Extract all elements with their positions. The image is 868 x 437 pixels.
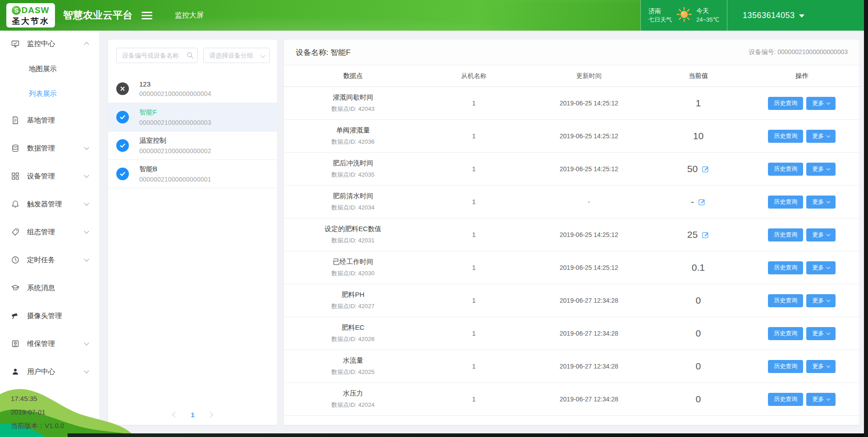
edit-icon[interactable] bbox=[698, 198, 706, 206]
sidebar-item-label: 组态管理 bbox=[27, 228, 55, 237]
current-value: 50 bbox=[687, 164, 698, 174]
history-query-button[interactable]: 历史查询 bbox=[768, 327, 803, 340]
more-button[interactable]: 更多 bbox=[806, 294, 836, 307]
history-query-button[interactable]: 历史查询 bbox=[768, 97, 803, 110]
sidebar-item-设备管理[interactable]: 设备管理 bbox=[0, 162, 99, 190]
chevron-icon bbox=[84, 368, 89, 373]
sidebar-item-label: 触发器管理 bbox=[27, 200, 62, 209]
current-value: 1 bbox=[696, 98, 701, 109]
device-list-item[interactable]: 温室控制 00000021000000000002 bbox=[108, 132, 277, 160]
sidebar-item-触发器管理[interactable]: 触发器管理 bbox=[0, 190, 99, 218]
sidebar-item-定时任务[interactable]: 定时任务 bbox=[0, 246, 99, 274]
device-list-item[interactable]: 智能F 00000021000000000003 bbox=[108, 103, 277, 132]
chevron-icon bbox=[84, 173, 89, 178]
chevron-down-icon bbox=[827, 364, 830, 367]
sidebar-item-组态管理[interactable]: 组态管理 bbox=[0, 218, 99, 246]
chevron-down-icon bbox=[827, 232, 830, 236]
datapoint-id: 42025 bbox=[358, 369, 375, 375]
more-button[interactable]: 更多 bbox=[806, 196, 836, 209]
sidebar: 监控中心 地图展示 列表展示 基地管理 数据管理 设备管理 触发器管理 组态管理… bbox=[0, 31, 99, 437]
user-icon bbox=[11, 368, 19, 376]
chevron-icon bbox=[84, 42, 89, 47]
slave-name: 1 bbox=[422, 132, 525, 140]
chevron-icon bbox=[84, 256, 89, 261]
sidebar-item-label: 系统消息 bbox=[27, 283, 55, 293]
weather-forecast-link[interactable]: 七日天气 bbox=[649, 15, 672, 24]
account-menu[interactable]: 13563614053 bbox=[727, 0, 868, 31]
document-icon bbox=[11, 116, 19, 125]
sidebar-subitem-地图展示[interactable]: 地图展示 bbox=[0, 57, 99, 82]
device-name: 123 bbox=[139, 80, 211, 88]
check-icon bbox=[116, 111, 129, 123]
device-id: 00000021000000000004 bbox=[139, 90, 211, 97]
edit-icon[interactable] bbox=[702, 231, 709, 239]
nav-monitor-screen[interactable]: 监控大屏 bbox=[175, 11, 204, 20]
page-number[interactable]: 1 bbox=[191, 411, 194, 419]
datapoint-name: 水流量 bbox=[284, 356, 422, 365]
table-row: 已经工作时间 数据点ID: 42030 1 2019-06-25 14:25:1… bbox=[284, 251, 859, 284]
history-query-button[interactable]: 历史查询 bbox=[768, 294, 803, 307]
more-button[interactable]: 更多 bbox=[806, 163, 836, 176]
sidebar-subitem-列表展示[interactable]: 列表展示 bbox=[0, 82, 99, 106]
datapoint-name: 肥料EC bbox=[284, 323, 422, 332]
more-button[interactable]: 更多 bbox=[806, 130, 836, 143]
device-search-input[interactable] bbox=[116, 48, 198, 63]
device-code-label: 设备编号: 00000021000000000003 bbox=[749, 48, 848, 56]
sidebar-item-label: 基地管理 bbox=[27, 116, 55, 125]
device-list-panel: 123 00000021000000000004 智能F 00000021000… bbox=[108, 40, 277, 425]
table-row: 设定的肥料EC数值 数据点ID: 42031 1 2019-06-25 14:2… bbox=[284, 218, 859, 251]
device-list: 123 00000021000000000004 智能F 00000021000… bbox=[108, 75, 277, 188]
device-detail-panel: 设备名称: 智能F 设备编号: 00000021000000000003 数据点… bbox=[284, 40, 859, 425]
sidebar-subitem-label: 列表展示 bbox=[29, 89, 57, 99]
more-button[interactable]: 更多 bbox=[806, 261, 836, 274]
more-button[interactable]: 更多 bbox=[806, 97, 836, 110]
window-right-edge bbox=[864, 0, 868, 437]
slave-name: 1 bbox=[422, 231, 525, 238]
col-datapoint: 数据点 bbox=[284, 72, 422, 80]
history-query-button[interactable]: 历史查询 bbox=[768, 130, 803, 143]
updated-time: 2019-06-25 14:25:12 bbox=[525, 264, 652, 271]
updated-time: 2019-06-25 14:25:12 bbox=[525, 132, 652, 140]
window-bottom-edge bbox=[68, 433, 868, 437]
sidebar-item-监控中心[interactable]: 监控中心 bbox=[0, 31, 99, 57]
chevron-icon bbox=[84, 145, 89, 150]
more-button[interactable]: 更多 bbox=[806, 228, 836, 241]
history-query-button[interactable]: 历史查询 bbox=[768, 163, 803, 176]
more-button[interactable]: 更多 bbox=[806, 393, 836, 406]
account-phone: 13563614053 bbox=[743, 11, 795, 20]
prev-page-icon[interactable] bbox=[172, 412, 178, 418]
history-query-button[interactable]: 历史查询 bbox=[768, 393, 803, 406]
close-icon bbox=[116, 82, 129, 95]
history-query-button[interactable]: 历史查询 bbox=[768, 360, 803, 373]
check-icon bbox=[116, 139, 129, 152]
edit-icon[interactable] bbox=[702, 165, 709, 173]
sidebar-item-系统消息[interactable]: 系统消息 bbox=[0, 274, 99, 302]
device-list-item[interactable]: 123 00000021000000000004 bbox=[108, 75, 277, 103]
history-query-button[interactable]: 历史查询 bbox=[768, 196, 803, 209]
current-value: 25 bbox=[687, 229, 698, 240]
hamburger-menu-icon[interactable] bbox=[142, 12, 152, 19]
weather-temp: 24~35℃ bbox=[696, 15, 719, 24]
history-query-button[interactable]: 历史查询 bbox=[768, 261, 803, 274]
grid-icon bbox=[11, 172, 19, 181]
datapoint-name: 已经工作时间 bbox=[284, 258, 422, 266]
sidebar-item-维保管理[interactable]: 维保管理 bbox=[0, 330, 99, 358]
weather-widget[interactable]: 济南 七日天气 今天 24~35℃ bbox=[640, 0, 727, 31]
sidebar-item-数据管理[interactable]: 数据管理 bbox=[0, 134, 99, 162]
datapoint-table-body: 灌溉间歇时间 数据点ID: 42043 1 2019-06-25 14:25:1… bbox=[284, 87, 859, 416]
updated-time: 2019-06-27 12:34:28 bbox=[525, 297, 652, 304]
sidebar-item-摄像头管理[interactable]: 摄像头管理 bbox=[0, 302, 99, 330]
col-actions: 操作 bbox=[745, 72, 859, 80]
updated-time: - bbox=[525, 198, 652, 205]
sidebar-item-用户中心[interactable]: 用户中心 bbox=[0, 358, 99, 386]
device-list-item[interactable]: 智能B 00000021000000000001 bbox=[108, 160, 277, 188]
sidebar-item-基地管理[interactable]: 基地管理 bbox=[0, 106, 99, 134]
slave-name: 1 bbox=[422, 165, 525, 173]
current-value: 10 bbox=[693, 131, 704, 141]
more-button[interactable]: 更多 bbox=[806, 327, 836, 340]
col-slave: 从机名称 bbox=[422, 72, 525, 80]
next-page-icon[interactable] bbox=[207, 412, 213, 418]
history-query-button[interactable]: 历史查询 bbox=[768, 228, 803, 241]
more-button[interactable]: 更多 bbox=[806, 360, 836, 373]
datapoint-id: 42031 bbox=[358, 237, 375, 244]
